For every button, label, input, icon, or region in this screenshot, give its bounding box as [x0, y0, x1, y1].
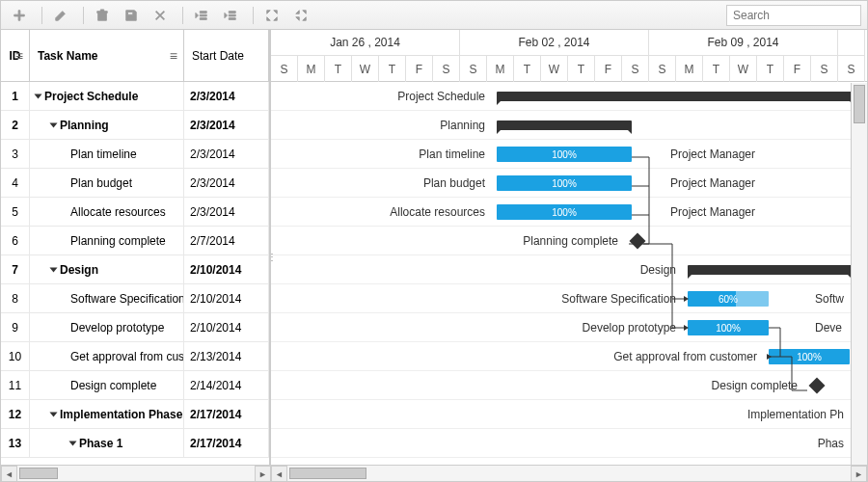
delete-button[interactable]: [90, 3, 115, 28]
gantt-bar[interactable]: 100%: [497, 147, 632, 162]
cell-name: Phase 1: [30, 429, 184, 457]
caret-icon[interactable]: [69, 441, 77, 445]
gantt-bar[interactable]: 100%: [497, 204, 632, 220]
day-header: S: [460, 56, 487, 82]
cell-id: 5: [1, 198, 30, 226]
expand-button[interactable]: [259, 3, 285, 28]
col-header-id[interactable]: ID≡: [1, 30, 30, 81]
table-row[interactable]: 13Phase 12/17/2014: [1, 429, 269, 458]
col-header-date[interactable]: Start Date: [184, 30, 269, 81]
cell-id: 12: [1, 400, 30, 428]
table-row[interactable]: 4Plan budget2/3/2014: [1, 169, 269, 198]
caret-icon[interactable]: [50, 412, 58, 416]
gantt-bar[interactable]: 100%: [769, 349, 850, 364]
toolbar: [1, 1, 867, 30]
table-row[interactable]: 10Get approval from customer2/13/2014: [1, 342, 269, 371]
day-header: T: [325, 56, 352, 82]
table-row[interactable]: 12Implementation Phase2/17/2014: [1, 400, 269, 429]
add-button[interactable]: [7, 3, 32, 28]
table-row[interactable]: 1Project Schedule2/3/2014: [1, 82, 269, 111]
caret-icon[interactable]: [35, 94, 42, 98]
day-header: S: [433, 56, 460, 82]
day-header: W: [730, 56, 757, 82]
scroll-left-button[interactable]: ◄: [1, 466, 17, 482]
gantt-bar[interactable]: [688, 265, 852, 275]
chart-row: Plan timeline100%Project Manager: [271, 140, 867, 169]
task-label: Planning: [271, 111, 491, 140]
resource-label: Softw: [807, 284, 844, 313]
cell-id: 9: [1, 313, 30, 341]
task-label: Planning complete: [271, 227, 624, 255]
cell-date: 2/3/2014: [184, 82, 269, 110]
cancel-button[interactable]: [148, 3, 173, 28]
scroll-thumb[interactable]: [854, 85, 865, 123]
cell-name: Planning: [30, 111, 184, 139]
cell-id: 2: [1, 111, 30, 139]
menu-icon[interactable]: ≡: [170, 48, 177, 64]
search-input[interactable]: [726, 5, 861, 26]
chart-row: Develop prototype100%Deve: [271, 313, 867, 342]
scroll-left-button[interactable]: ◄: [271, 466, 287, 482]
cell-date: 2/3/2014: [184, 111, 269, 139]
task-grid: ID≡ Task Name≡ Start Date 1Project Sched…: [1, 30, 271, 465]
scroll-thumb[interactable]: [19, 468, 58, 479]
cell-id: 13: [1, 429, 30, 457]
cell-date: 2/3/2014: [184, 140, 269, 168]
col-header-name[interactable]: Task Name≡: [30, 30, 184, 81]
gantt-bar[interactable]: 100%: [497, 175, 632, 191]
scroll-right-button[interactable]: ►: [255, 466, 271, 482]
caret-icon[interactable]: [50, 267, 58, 272]
resource-label: Project Manager: [663, 198, 755, 227]
task-label: Project Schedule: [271, 82, 491, 111]
separator: [83, 7, 84, 24]
task-label: Implementation Ph: [271, 400, 850, 429]
milestone-icon[interactable]: [630, 233, 646, 250]
table-row[interactable]: 7Design2/10/2014: [1, 255, 269, 284]
cell-id: 4: [1, 169, 30, 197]
cell-id: 11: [1, 371, 30, 399]
grid-header: ID≡ Task Name≡ Start Date: [1, 30, 269, 82]
outdent-button[interactable]: [189, 3, 214, 28]
table-row[interactable]: 6Planning complete2/7/2014: [1, 227, 269, 255]
menu-icon[interactable]: ≡: [15, 48, 23, 64]
resource-label: Deve: [807, 313, 842, 342]
gantt-bar[interactable]: [497, 92, 854, 101]
table-row[interactable]: 2Planning2/3/2014: [1, 111, 269, 140]
scroll-right-button[interactable]: ►: [851, 466, 867, 482]
chart-body[interactable]: Project SchedulePlanningPlan timeline100…: [271, 82, 867, 465]
edit-button[interactable]: [48, 3, 73, 28]
grid-scrollbar[interactable]: ◄ ►: [1, 465, 271, 481]
day-header: W: [541, 56, 568, 82]
chart-header: Jan 26 , 2014Feb 02 , 2014Feb 09 , 2014 …: [271, 30, 867, 82]
chart-row: Get approval from customer100%: [271, 342, 867, 371]
collapse-button[interactable]: [288, 3, 313, 28]
task-label: Software Specification: [271, 284, 682, 313]
gantt-chart: Jan 26 , 2014Feb 02 , 2014Feb 09 , 2014 …: [271, 30, 867, 465]
table-row[interactable]: 8Software Specification2/10/2014: [1, 284, 269, 313]
gantt-bar[interactable]: [497, 120, 632, 130]
grid-body: 1Project Schedule2/3/20142Planning2/3/20…: [1, 82, 269, 465]
caret-icon[interactable]: [50, 122, 58, 127]
cell-name: Implementation Phase: [30, 400, 184, 428]
chart-scrollbar[interactable]: ◄ ►: [271, 465, 867, 481]
table-row[interactable]: 9Develop prototype2/10/2014: [1, 313, 269, 342]
indent-button[interactable]: [218, 3, 243, 28]
table-row[interactable]: 11Design complete2/14/2014: [1, 371, 269, 400]
vertical-scrollbar[interactable]: [851, 83, 867, 465]
task-label: Get approval from customer: [271, 342, 763, 371]
chart-row: Project Schedule: [271, 82, 867, 111]
splitter-handle[interactable]: ⋮: [267, 252, 275, 262]
gantt-bar[interactable]: 60%: [688, 291, 769, 307]
day-header: T: [703, 56, 730, 82]
milestone-icon[interactable]: [809, 378, 826, 394]
gantt-bar[interactable]: 100%: [688, 320, 769, 335]
table-row[interactable]: 3Plan timeline2/3/2014: [1, 140, 269, 169]
cell-date: 2/10/2014: [184, 255, 269, 283]
save-button[interactable]: [119, 3, 144, 28]
task-label: Design complete: [271, 371, 803, 400]
cell-id: 1: [1, 82, 30, 110]
table-row[interactable]: 5Allocate resources2/3/2014: [1, 198, 269, 227]
scroll-thumb[interactable]: [289, 468, 366, 479]
cell-name: Planning complete: [30, 227, 184, 254]
cell-date: 2/13/2014: [184, 342, 269, 370]
